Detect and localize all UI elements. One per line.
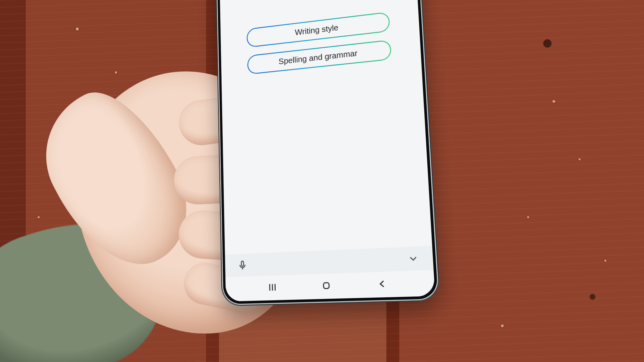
ai-suggestions: Writing style Spelling and grammar [220, 0, 432, 255]
chevron-down-icon[interactable] [407, 252, 419, 265]
phone: 6:09 PM · SMS Good morning, pal. Just wa… [214, 0, 440, 306]
nav-back-icon[interactable] [376, 278, 388, 291]
nav-home-icon[interactable] [321, 280, 332, 293]
svg-rect-9 [241, 261, 243, 266]
mic-icon[interactable] [237, 259, 248, 271]
spelling-grammar-label: Spelling and grammar [279, 48, 358, 66]
phone-screen: 6:09 PM · SMS Good morning, pal. Just wa… [218, 0, 435, 302]
writing-style-label: Writing style [295, 23, 338, 37]
nav-recents-icon[interactable] [267, 281, 278, 294]
svg-rect-10 [323, 283, 329, 288]
